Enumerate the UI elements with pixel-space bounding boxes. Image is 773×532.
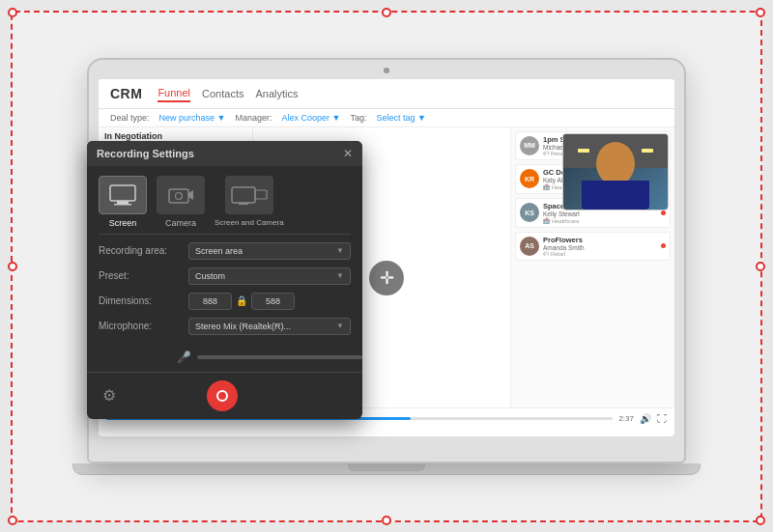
- crm-logo: CRM: [110, 86, 142, 101]
- laptop-notch: [348, 463, 425, 471]
- card-dot-2: [661, 210, 666, 215]
- mode-screen[interactable]: Screen: [99, 176, 147, 228]
- recording-panel-title: Recording Settings: [97, 148, 194, 159]
- crm-nav-analytics[interactable]: Analytics: [255, 86, 298, 101]
- deal-type-value[interactable]: New purchase ▼: [159, 113, 226, 123]
- shirt-shape: [582, 181, 649, 210]
- preset-row: Preset: Custom ▼: [99, 267, 351, 285]
- laptop-camera: [384, 68, 389, 73]
- recording-fields: Recording area: Screen area ▼ Preset: Cu…: [87, 235, 362, 350]
- microphone-icon: 🎤: [177, 350, 191, 364]
- volume-row: 🎤: [87, 350, 362, 364]
- svg-rect-7: [255, 190, 267, 199]
- screen-camera-mode-label: Screen and Camera: [215, 218, 284, 227]
- recording-footer: ⚙: [87, 372, 362, 419]
- crm-card-right-3: AS ProFlowers Amanda Smith 🏷 Retail: [515, 232, 671, 261]
- card-name-3: ProFlowers: [543, 236, 657, 244]
- preset-label: Preset:: [99, 270, 181, 281]
- camera-mode-icon: [157, 176, 205, 214]
- svg-rect-2: [114, 204, 131, 206]
- crm-header: CRM Funnel Contacts Analytics: [99, 79, 674, 109]
- recording-area-arrow: ▼: [336, 246, 344, 255]
- volume-icon[interactable]: 🔊: [640, 413, 651, 424]
- deal-type-label: Deal type:: [110, 113, 150, 123]
- width-input[interactable]: [188, 293, 232, 310]
- card-person-2: Kelly Stewart: [543, 210, 657, 217]
- recording-modes: Screen Camera: [87, 166, 362, 234]
- preset-arrow: ▼: [336, 271, 344, 280]
- tag-label: Tag:: [350, 113, 366, 123]
- avatar-0: MM: [520, 136, 539, 155]
- microphone-arrow: ▼: [336, 322, 344, 330]
- microphone-select[interactable]: Stereo Mix (Realtek(R)... ▼: [188, 318, 351, 335]
- handle-bottom-center[interactable]: [382, 516, 391, 525]
- crm-nav-funnel[interactable]: Funnel: [157, 85, 190, 102]
- selection-frame[interactable]: CRM Funnel Contacts Analytics Deal type:…: [11, 11, 762, 522]
- head-shape: [596, 142, 635, 185]
- card-info-3: ProFlowers Amanda Smith 🏷 Retail: [543, 236, 657, 257]
- handle-top-left[interactable]: [8, 8, 17, 17]
- preset-value: Custom: [195, 271, 225, 281]
- screen-mode-icon: [99, 176, 147, 214]
- camera-mode-label: Camera: [165, 218, 196, 228]
- lock-icon: 🔒: [236, 295, 247, 306]
- media-time: 2:37: [618, 414, 634, 423]
- mode-camera[interactable]: Camera: [157, 176, 205, 228]
- avatar-2: KS: [520, 203, 539, 222]
- microphone-label: Microphone:: [99, 321, 181, 331]
- recording-area-value: Screen area: [195, 246, 243, 256]
- svg-point-5: [176, 192, 183, 199]
- svg-rect-8: [239, 203, 248, 205]
- laptop-container: CRM Funnel Contacts Analytics Deal type:…: [58, 30, 715, 503]
- card-tag-2: 🏥 Healthcare: [543, 217, 657, 224]
- recording-settings-panel: Recording Settings ✕ Screen: [87, 141, 362, 419]
- record-button[interactable]: [207, 380, 238, 411]
- svg-rect-6: [232, 187, 255, 203]
- handle-middle-right[interactable]: [756, 262, 765, 271]
- crm-nav: Funnel Contacts Analytics: [157, 85, 298, 102]
- dimensions-row: Dimensions: 🔒: [99, 293, 351, 310]
- handle-top-right[interactable]: [756, 8, 765, 17]
- handle-middle-left[interactable]: [8, 262, 17, 271]
- svg-rect-1: [117, 201, 129, 204]
- mode-screen-and-camera[interactable]: Screen and Camera: [215, 176, 284, 228]
- microphone-row: Microphone: Stereo Mix (Realtek(R)... ▼: [99, 318, 351, 335]
- screen-mode-label: Screen: [109, 218, 137, 228]
- avatar-3: AS: [520, 237, 539, 256]
- in-negotiation-label: In Negotiation: [104, 131, 162, 141]
- dimensions-label: Dimensions:: [99, 295, 181, 306]
- card-person-3: Amanda Smith: [543, 244, 657, 251]
- webcam-person: [563, 134, 668, 210]
- preset-select[interactable]: Custom ▼: [188, 267, 351, 285]
- height-input[interactable]: [251, 293, 295, 310]
- record-button-inner: [216, 390, 228, 402]
- move-cursor-icon[interactable]: ✛: [369, 261, 404, 295]
- handle-bottom-right[interactable]: [756, 516, 765, 525]
- recording-area-select[interactable]: Screen area ▼: [188, 242, 351, 260]
- crm-nav-contacts[interactable]: Contacts: [202, 86, 243, 101]
- svg-rect-0: [110, 185, 135, 201]
- manager-value[interactable]: Alex Cooper ▼: [282, 113, 341, 123]
- handle-bottom-left[interactable]: [8, 516, 17, 525]
- avatar-1: KR: [520, 169, 539, 188]
- settings-gear-icon[interactable]: ⚙: [102, 386, 116, 405]
- webcam-overlay: [562, 133, 669, 210]
- dimensions-inputs: 🔒: [188, 293, 295, 310]
- laptop-base: [72, 463, 701, 475]
- card-tag-3: 🏷 Retail: [543, 251, 657, 257]
- manager-label: Manager:: [235, 113, 272, 123]
- svg-rect-3: [169, 189, 188, 203]
- volume-bar[interactable]: [197, 355, 362, 359]
- recording-area-row: Recording area: Screen area ▼: [99, 242, 351, 260]
- recording-titlebar: Recording Settings ✕: [87, 141, 362, 166]
- crm-col-header: In Negotiation: [104, 131, 246, 141]
- recording-close-button[interactable]: ✕: [343, 147, 353, 160]
- handle-top-center[interactable]: [382, 8, 391, 17]
- card-dot-3: [661, 243, 666, 248]
- tag-value[interactable]: Select tag ▼: [376, 113, 425, 123]
- crm-subheader: Deal type: New purchase ▼ Manager: Alex …: [99, 109, 674, 127]
- screen-camera-mode-icon: [225, 176, 273, 214]
- fullscreen-icon[interactable]: ⛶: [657, 413, 667, 424]
- recording-area-label: Recording area:: [99, 245, 181, 256]
- microphone-value: Stereo Mix (Realtek(R)...: [195, 322, 291, 331]
